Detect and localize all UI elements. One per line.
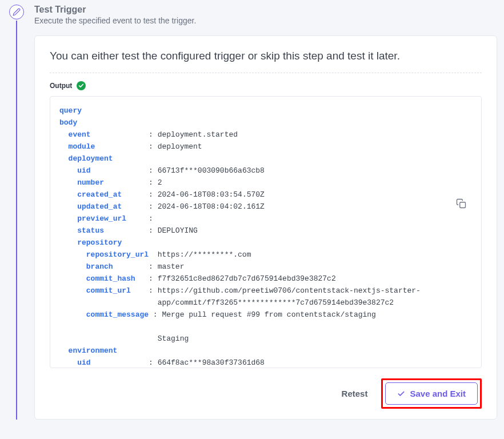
retest-button[interactable]: Retest — [336, 383, 374, 404]
output-json-body: query body event : deployment.started mo… — [59, 105, 474, 368]
check-icon — [397, 390, 405, 398]
step-title: Test Trigger — [34, 5, 497, 15]
success-check-icon — [77, 81, 86, 90]
copy-icon[interactable] — [456, 198, 469, 211]
output-json-scroll[interactable]: query body event : deployment.started mo… — [50, 97, 481, 368]
output-label: Output — [50, 82, 72, 90]
test-trigger-panel: You can either test the configured trigg… — [34, 35, 497, 420]
pencil-icon — [9, 5, 24, 19]
step-connector-line — [16, 21, 17, 420]
save-and-exit-button[interactable]: Save and Exit — [385, 382, 478, 405]
save-button-label: Save and Exit — [410, 389, 466, 398]
output-json-container: query body event : deployment.started mo… — [50, 96, 482, 368]
panel-heading: You can either test the configured trigg… — [50, 50, 482, 73]
step-subtitle: Execute the specified event to test the … — [34, 16, 497, 25]
save-button-highlight: Save and Exit — [381, 378, 482, 409]
svg-rect-0 — [460, 202, 466, 208]
step-indicator — [9, 5, 24, 420]
